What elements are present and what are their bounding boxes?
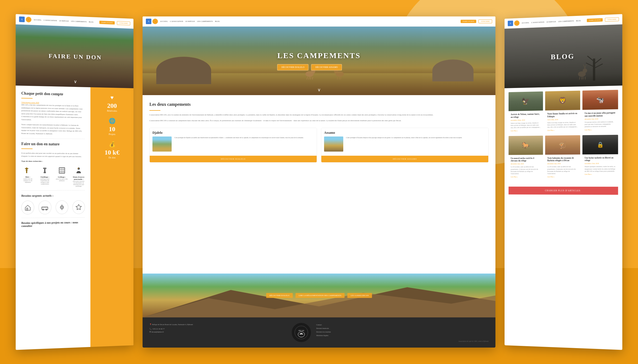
right-blog-body-5: Trois babouins du royaume de Barheïn réf… (545, 154, 580, 180)
right-blog-link-3[interactable]: Lire Plus » (585, 129, 616, 130)
left-stat-money: 💰 10 k€ De don (95, 141, 130, 159)
right-logo-animal: 🦒 (514, 20, 520, 26)
center-content: Les deux campements L'association DECAN,… (143, 95, 495, 274)
right-nav-accueil[interactable]: ACCUEIL (522, 22, 529, 24)
right-blog-title-2: Notre lionne Amalia est arrivée en Ethio… (547, 112, 578, 118)
right-blog-title-3: Un âne et un jeune zébu partagent une no… (585, 112, 616, 117)
left-nav-accueil[interactable]: ACCUEIL (34, 19, 42, 21)
center-footer-link-eco[interactable]: Devenir éco-touriste (316, 330, 453, 334)
right-blog-text-6: Depuis quelques semaines, toutes les nui… (585, 165, 616, 172)
left-nav-blog[interactable]: BLOG (89, 21, 93, 23)
right-load-more-btn[interactable]: CHARGER PLUS D'ARTICLES (509, 187, 618, 195)
right-blog-date-6: novembre 23rd, 2018 (585, 163, 616, 164)
right-blog-text-1: Suite à un long voyage en avion, Amalia … (511, 122, 541, 129)
right-blog-link-6[interactable]: Lire Plus » (585, 174, 616, 175)
right-blog-link-1[interactable]: Lire Plus » (511, 130, 541, 132)
left-nav-links: ACCUEIL L'ASSOCIATION LE REFUGE LES CAMP… (34, 19, 97, 23)
right-lion-bg: 🦁 (545, 91, 580, 110)
left-hero-arrow: ∨ (74, 79, 77, 84)
center-nav-inscrit-btn[interactable]: S'INSCRIRE (478, 19, 492, 23)
right-blog-card-2: 🦁 Notre lionne Amalia est arrivée en Eth… (545, 91, 580, 133)
left-section3-title: Besoins urgents actuels : (21, 194, 85, 197)
center-campements-title: Les deux campements (149, 102, 489, 107)
center-hero-overlay: LES CAMPEMENTS DÉCOUVRIR DJALELO DÉCOUVR… (143, 27, 495, 95)
right-logo-icon: A (510, 22, 511, 25)
center-djalelo-img (152, 136, 172, 152)
center-djalelo-title: Djalelo (152, 131, 314, 135)
left-mainouvre-icon (75, 166, 83, 174)
left-logo-animal: 🦒 (26, 17, 31, 22)
left-nav-association[interactable]: L'ASSOCIATION (44, 19, 57, 22)
left-logo-animal-icon: 🦒 (27, 18, 30, 21)
right-blog-img-4: 🐎 (509, 135, 543, 155)
center-assamo-btn[interactable]: DÉCOUVRIR ASSAMO (321, 156, 488, 162)
center-nav-association[interactable]: L'ASSOCIATION (170, 21, 183, 22)
center-nav-campements[interactable]: LES CAMPEMENTS (197, 21, 213, 22)
right-blog-img-1: 🦅 (509, 92, 543, 111)
svg-point-11 (78, 167, 80, 170)
center-footer-link-contact[interactable]: Contact (316, 323, 453, 326)
left-panel: A 🦒 ACCUEIL L'ASSOCIATION LE REFUGE LES … (16, 14, 133, 350)
center-footer-landscape: DÉCOUVRIR DJALELO LIRE LA RÉGLEMENTATION… (143, 274, 495, 317)
center-card-djalelo: Djalelo Coin protégée de Djalelo accueil… (149, 128, 317, 163)
center-nav-don-btn[interactable]: FAIRE UN DON (461, 20, 477, 23)
center-hero-btn2[interactable]: DÉCOUVRIR ASSAMO (311, 64, 342, 70)
right-blog-card-5: 🐒 Trois babouins du royaume de Barheïn r… (545, 135, 580, 180)
left-nav-campements[interactable]: LES CAMPEMENTS (71, 20, 87, 22)
left-donation-types: Bois : confection de clôtures et de bâti… (21, 166, 85, 187)
center-nav-accueil[interactable]: ACCUEIL (160, 21, 168, 22)
left-content-wrapper: Chaque petit don compte Téléchargez notr… (16, 86, 133, 350)
center-djalelo-btn[interactable]: DÉCOUVRIR DJALELO (150, 156, 317, 162)
right-blog-title-5: Trois babouins du royaume de Barheïn réf… (547, 157, 578, 162)
right-nav-blog[interactable]: BLOG (576, 20, 581, 22)
right-panel: A 🦒 ACCUEIL L'ASSOCIATION LE REFUGE LES … (504, 14, 622, 350)
left-section1-text1: DECAN a fait des campements de tous les … (21, 103, 85, 122)
right-nav-association[interactable]: L'ASSOCIATION (531, 21, 544, 24)
center-footer-email: ✉ decan@djahoo.fr (149, 330, 286, 334)
center-nav-refuge[interactable]: LE REFUGE (185, 21, 195, 22)
right-hyena-emoji: 🔒 (597, 141, 603, 148)
left-section1-title: Chaque petit don compte (21, 91, 85, 97)
left-main-content: Chaque petit don compte Téléchargez notr… (16, 86, 90, 350)
center-panel: A 🦒 ACCUEIL L'ASSOCIATION LE REFUGE LES … (143, 16, 495, 348)
center-footer-link-benevole[interactable]: Devenir bénévole (316, 326, 453, 330)
center-footer-btn1[interactable]: DÉCOUVRIR DJALELO (266, 293, 293, 298)
right-blog-img-5: 🐒 (545, 135, 580, 155)
svg-rect-6 (59, 167, 64, 173)
left-sep2 (21, 190, 85, 190)
right-nav-refuge[interactable]: LE REFUGE (546, 21, 556, 23)
center-content-text2: L'association DECAN a construit un campe… (149, 119, 489, 122)
right-cow-emoji: 🐄 (596, 96, 604, 104)
right-blog-link-4[interactable]: Lire Plus » (511, 176, 541, 178)
right-blog-link-5[interactable]: Lire Plus » (547, 176, 578, 178)
svg-rect-1 (25, 168, 28, 169)
right-nav-inscrit-btn[interactable]: S'INSCRIRE (605, 17, 619, 22)
svg-rect-2 (25, 170, 28, 170)
left-hero-content: FAIRE UN DON (49, 52, 102, 61)
left-logo-icon: A (21, 18, 23, 21)
left-section1-text2: Notre compte bancaire est naturellement … (21, 123, 85, 135)
right-blog-img-6: 🔒 (582, 135, 618, 154)
center-orange-line (149, 110, 160, 111)
right-nav-campements[interactable]: LES CAMPEMENTS (558, 20, 574, 22)
center-nav-blog[interactable]: BLOG (215, 21, 220, 22)
right-logo-animal-icon: 🦒 (515, 22, 518, 24)
right-blog-img-3: 🐄 (582, 90, 618, 110)
svg-rect-5 (44, 172, 46, 173)
left-nav-don-btn[interactable]: FAIRE UN DON (99, 21, 115, 24)
right-baboon-emoji: 🐒 (558, 141, 567, 149)
center-footer-assoc: Association de type loi 1901, créée à Dj… (458, 340, 489, 342)
right-blog-text-3: Un paysan enclos a été renforcé et embel… (585, 121, 616, 128)
center-footer-btn3[interactable]: LES GUIDES DECAN (347, 293, 372, 298)
svg-point-18 (61, 206, 63, 208)
right-nav-don-btn[interactable]: FAIRE UN DON (587, 18, 603, 22)
right-blog-link-2[interactable]: Lire Plus » (547, 129, 578, 131)
right-blog-body-1: Arrivée de Nelson, vautour fauve, au ref… (509, 110, 543, 134)
left-section2-text: Il est parfois plus aisé pour une sociét… (21, 152, 85, 158)
left-nav-refuge[interactable]: LE REFUGE (59, 20, 69, 22)
center-footer-btn2[interactable]: LIRE LA RÉGLEMENTATION DES CAMPEMENTS (296, 293, 345, 298)
center-hero-btn1[interactable]: DÉCOUVRIR DJALELO (277, 64, 308, 70)
left-urgent-icon-4 (72, 200, 85, 214)
center-footer-link-mentions[interactable]: Mentions légales (316, 334, 453, 337)
left-nav-inscrit-btn[interactable]: S'INSCRIRE (117, 21, 131, 25)
